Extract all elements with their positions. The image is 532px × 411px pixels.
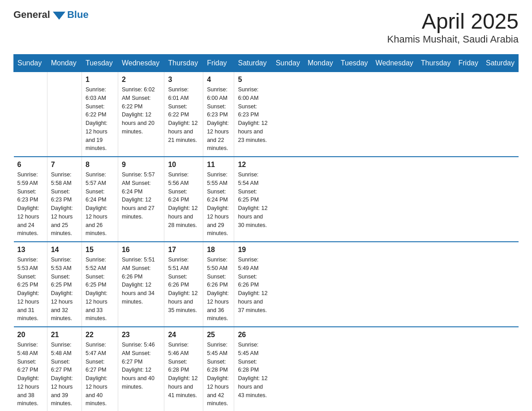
day-info: Sunrise: 5:54 AM Sunset: 6:25 PM Dayligh… xyxy=(238,171,268,229)
calendar-day-cell: 7Sunrise: 5:58 AM Sunset: 6:23 PM Daylig… xyxy=(47,157,82,242)
day-info: Sunrise: 5:45 AM Sunset: 6:28 PM Dayligh… xyxy=(207,341,230,408)
calendar-day-cell: 15Sunrise: 5:52 AM Sunset: 6:25 PM Dayli… xyxy=(82,242,118,327)
day-of-week-header: Friday xyxy=(203,55,234,72)
day-info: Sunrise: 5:53 AM Sunset: 6:25 PM Dayligh… xyxy=(51,256,78,323)
day-of-week-header: Sunday xyxy=(14,55,47,72)
day-info: Sunrise: 5:48 AM Sunset: 6:27 PM Dayligh… xyxy=(51,341,78,408)
day-number: 24 xyxy=(168,331,199,339)
day-of-week-header: Friday xyxy=(455,55,482,72)
day-number: 15 xyxy=(86,246,114,254)
day-number: 16 xyxy=(122,246,161,254)
day-info: Sunrise: 6:03 AM Sunset: 6:22 PM Dayligh… xyxy=(86,86,114,153)
day-info: Sunrise: 6:00 AM Sunset: 6:23 PM Dayligh… xyxy=(238,86,268,144)
day-info: Sunrise: 5:48 AM Sunset: 6:27 PM Dayligh… xyxy=(17,341,43,408)
day-number: 20 xyxy=(17,331,43,339)
day-number: 9 xyxy=(122,161,161,169)
day-info: Sunrise: 5:57 AM Sunset: 6:24 PM Dayligh… xyxy=(122,171,161,221)
day-info: Sunrise: 5:59 AM Sunset: 6:23 PM Dayligh… xyxy=(17,171,43,238)
day-info: Sunrise: 5:51 AM Sunset: 6:26 PM Dayligh… xyxy=(122,256,161,306)
day-of-week-header: Saturday xyxy=(234,55,272,72)
day-info: Sunrise: 5:57 AM Sunset: 6:24 PM Dayligh… xyxy=(86,171,114,238)
calendar-day-cell: 1Sunrise: 6:03 AM Sunset: 6:22 PM Daylig… xyxy=(82,72,118,157)
day-of-week-header: Sunday xyxy=(272,55,304,72)
calendar-table: SundayMondayTuesdayWednesdayThursdayFrid… xyxy=(13,54,519,411)
day-info: Sunrise: 6:02 AM Sunset: 6:22 PM Dayligh… xyxy=(122,86,161,136)
day-number: 11 xyxy=(207,161,230,169)
day-info: Sunrise: 5:50 AM Sunset: 6:26 PM Dayligh… xyxy=(207,256,230,323)
day-number: 7 xyxy=(51,161,78,169)
day-number: 25 xyxy=(207,331,230,339)
calendar-week-row: 20Sunrise: 5:48 AM Sunset: 6:27 PM Dayli… xyxy=(14,327,519,411)
calendar-week-row: 6Sunrise: 5:59 AM Sunset: 6:23 PM Daylig… xyxy=(14,157,519,242)
calendar-day-cell: 8Sunrise: 5:57 AM Sunset: 6:24 PM Daylig… xyxy=(82,157,118,242)
day-number: 21 xyxy=(51,331,78,339)
day-info: Sunrise: 5:52 AM Sunset: 6:25 PM Dayligh… xyxy=(86,256,114,323)
calendar-day-cell: 4Sunrise: 6:00 AM Sunset: 6:23 PM Daylig… xyxy=(203,72,234,157)
page-header: General Blue April 2025 Khamis Mushait, … xyxy=(13,9,519,45)
day-number: 13 xyxy=(17,246,43,254)
title-block: April 2025 Khamis Mushait, Saudi Arabia xyxy=(387,9,519,45)
calendar-day-cell: 21Sunrise: 5:48 AM Sunset: 6:27 PM Dayli… xyxy=(47,327,82,411)
calendar-day-cell: 11Sunrise: 5:55 AM Sunset: 6:24 PM Dayli… xyxy=(203,157,234,242)
calendar-day-cell: 18Sunrise: 5:50 AM Sunset: 6:26 PM Dayli… xyxy=(203,242,234,327)
calendar-day-cell: 23Sunrise: 5:46 AM Sunset: 6:27 PM Dayli… xyxy=(118,327,164,411)
logo-triangle-icon xyxy=(53,12,65,20)
day-of-week-header: Thursday xyxy=(164,55,203,72)
day-number: 6 xyxy=(17,161,43,169)
day-number: 22 xyxy=(86,331,114,339)
calendar-day-cell: 20Sunrise: 5:48 AM Sunset: 6:27 PM Dayli… xyxy=(14,327,47,411)
calendar-day-cell xyxy=(47,72,82,157)
calendar-day-cell xyxy=(14,72,47,157)
day-number: 5 xyxy=(238,76,268,84)
day-number: 14 xyxy=(51,246,78,254)
day-of-week-header: Thursday xyxy=(417,55,455,72)
day-number: 26 xyxy=(238,331,268,339)
day-of-week-header: Monday xyxy=(47,55,82,72)
page-title: April 2025 xyxy=(387,9,519,34)
day-number: 23 xyxy=(122,331,161,339)
day-info: Sunrise: 5:53 AM Sunset: 6:25 PM Dayligh… xyxy=(17,256,43,323)
day-info: Sunrise: 5:51 AM Sunset: 6:26 PM Dayligh… xyxy=(168,256,199,314)
day-info: Sunrise: 5:55 AM Sunset: 6:24 PM Dayligh… xyxy=(207,171,230,238)
calendar-day-cell: 12Sunrise: 5:54 AM Sunset: 6:25 PM Dayli… xyxy=(234,157,272,242)
logo-blue-text: Blue xyxy=(67,9,89,21)
logo: General Blue xyxy=(13,9,89,21)
calendar-day-cell: 22Sunrise: 5:47 AM Sunset: 6:27 PM Dayli… xyxy=(82,327,118,411)
calendar-day-cell: 3Sunrise: 6:01 AM Sunset: 6:22 PM Daylig… xyxy=(164,72,203,157)
day-number: 4 xyxy=(207,76,230,84)
calendar-header-row: SundayMondayTuesdayWednesdayThursdayFrid… xyxy=(14,55,519,72)
day-info: Sunrise: 5:46 AM Sunset: 6:27 PM Dayligh… xyxy=(122,341,161,391)
day-info: Sunrise: 5:56 AM Sunset: 6:24 PM Dayligh… xyxy=(168,171,199,229)
calendar-day-cell: 16Sunrise: 5:51 AM Sunset: 6:26 PM Dayli… xyxy=(118,242,164,327)
calendar-day-cell: 19Sunrise: 5:49 AM Sunset: 6:26 PM Dayli… xyxy=(234,242,272,327)
calendar-day-cell: 9Sunrise: 5:57 AM Sunset: 6:24 PM Daylig… xyxy=(118,157,164,242)
day-of-week-header: Tuesday xyxy=(82,55,118,72)
calendar-week-row: 1Sunrise: 6:03 AM Sunset: 6:22 PM Daylig… xyxy=(14,72,519,157)
day-of-week-header: Saturday xyxy=(482,55,518,72)
calendar-day-cell: 6Sunrise: 5:59 AM Sunset: 6:23 PM Daylig… xyxy=(14,157,47,242)
calendar-week-row: 13Sunrise: 5:53 AM Sunset: 6:25 PM Dayli… xyxy=(14,242,519,327)
day-number: 18 xyxy=(207,246,230,254)
calendar-day-cell: 13Sunrise: 5:53 AM Sunset: 6:25 PM Dayli… xyxy=(14,242,47,327)
day-info: Sunrise: 5:46 AM Sunset: 6:28 PM Dayligh… xyxy=(168,341,199,399)
day-number: 2 xyxy=(122,76,161,84)
day-number: 1 xyxy=(86,76,114,84)
day-of-week-header: Monday xyxy=(304,55,337,72)
calendar-day-cell: 25Sunrise: 5:45 AM Sunset: 6:28 PM Dayli… xyxy=(203,327,234,411)
day-info: Sunrise: 5:47 AM Sunset: 6:27 PM Dayligh… xyxy=(86,341,114,408)
calendar-day-cell: 17Sunrise: 5:51 AM Sunset: 6:26 PM Dayli… xyxy=(164,242,203,327)
calendar-day-cell: 5Sunrise: 6:00 AM Sunset: 6:23 PM Daylig… xyxy=(234,72,272,157)
day-number: 19 xyxy=(238,246,268,254)
calendar-day-cell: 14Sunrise: 5:53 AM Sunset: 6:25 PM Dayli… xyxy=(47,242,82,327)
day-number: 10 xyxy=(168,161,199,169)
day-number: 8 xyxy=(86,161,114,169)
day-of-week-header: Wednesday xyxy=(372,55,417,72)
day-info: Sunrise: 5:45 AM Sunset: 6:28 PM Dayligh… xyxy=(238,341,268,399)
day-info: Sunrise: 6:01 AM Sunset: 6:22 PM Dayligh… xyxy=(168,86,199,144)
calendar-day-cell: 26Sunrise: 5:45 AM Sunset: 6:28 PM Dayli… xyxy=(234,327,272,411)
day-info: Sunrise: 5:49 AM Sunset: 6:26 PM Dayligh… xyxy=(238,256,268,314)
day-of-week-header: Tuesday xyxy=(337,55,372,72)
day-info: Sunrise: 5:58 AM Sunset: 6:23 PM Dayligh… xyxy=(51,171,78,238)
calendar-day-cell: 2Sunrise: 6:02 AM Sunset: 6:22 PM Daylig… xyxy=(118,72,164,157)
day-info: Sunrise: 6:00 AM Sunset: 6:23 PM Dayligh… xyxy=(207,86,230,153)
